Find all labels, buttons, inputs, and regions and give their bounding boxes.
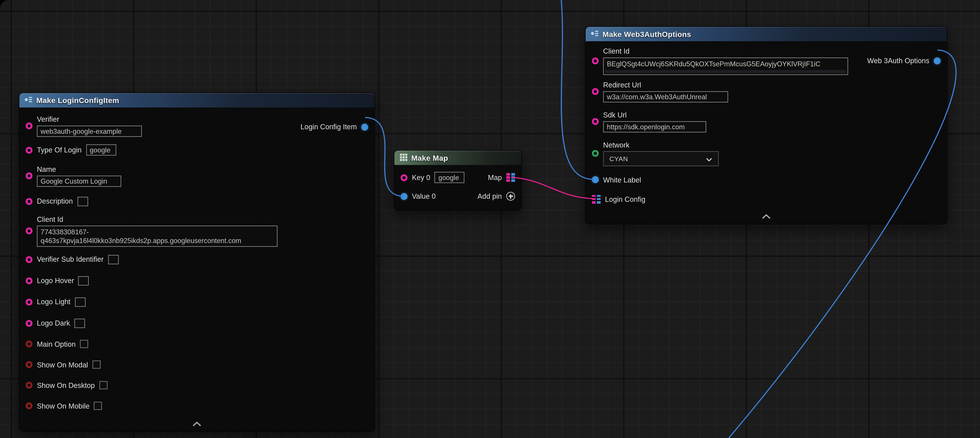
- type-of-login-input[interactable]: google: [86, 145, 116, 156]
- white-label-pin[interactable]: [592, 176, 599, 183]
- field-row-type-of-login: Type Of Login google: [19, 139, 374, 161]
- client-id-label: Client Id: [603, 46, 848, 55]
- field-row-login-config: Login Config: [586, 190, 947, 209]
- sdk-url-label: Sdk Url: [603, 110, 706, 119]
- field-row-name: Name Google Custom Login: [19, 161, 374, 190]
- field-row-main-option: Main Option: [19, 334, 374, 354]
- show-on-desktop-pin[interactable]: [25, 382, 32, 389]
- redirect-url-input[interactable]: w3a://com.w3a.Web3AuthUnreal: [603, 91, 728, 102]
- redirect-url-label: Redirect Url: [603, 80, 728, 89]
- client-id-input[interactable]: BEglQSgt4cUWcj6SKRdu5QkOXTsePmMcusG5EAoy…: [603, 57, 848, 75]
- node-body: Web 3Auth Options Client Id BEglQSgt4cUW…: [586, 41, 947, 224]
- logo-light-input[interactable]: [75, 297, 86, 306]
- description-pin[interactable]: [25, 198, 32, 205]
- network-pin[interactable]: [592, 150, 599, 156]
- map-output-pin-icon[interactable]: [506, 173, 515, 182]
- key0-input[interactable]: google: [434, 172, 465, 183]
- verifier-sub-identifier-label: Verifier Sub Identifier: [37, 255, 104, 263]
- make-map-icon: [399, 152, 408, 164]
- logo-light-pin[interactable]: [25, 298, 32, 305]
- show-on-mobile-checkbox[interactable]: [94, 402, 102, 410]
- client-id-input[interactable]: 774338308167-q463s7kpvja16l4l0kko3nb925i…: [37, 225, 277, 246]
- sdk-url-input[interactable]: https://sdk.openlogin.com: [603, 121, 706, 132]
- value0-pin[interactable]: [401, 193, 407, 200]
- field-row-redirect-url: Redirect Url w3a://com.w3a.Web3AuthUnrea…: [586, 76, 947, 107]
- show-on-mobile-label: Show On Mobile: [37, 401, 90, 410]
- client-id-text: BEglQSgt4cUWcj6SKRdu5QkOXTsePmMcusG5EAoy…: [607, 59, 844, 68]
- field-row-show-on-desktop: Show On Desktop: [19, 375, 374, 395]
- logo-hover-label: Logo Hover: [37, 276, 74, 285]
- login-config-pin-icon[interactable]: [592, 195, 601, 204]
- field-row-logo-light: Logo Light: [19, 291, 374, 312]
- main-option-pin[interactable]: [25, 341, 32, 347]
- make-struct-icon: [590, 29, 599, 40]
- node-header-make-login-config-item[interactable]: Make LoginConfigItem: [19, 93, 374, 107]
- logo-dark-label: Logo Dark: [37, 319, 70, 327]
- chevron-down-icon: [706, 153, 713, 164]
- logo-dark-input[interactable]: [74, 318, 85, 328]
- node-title: Make Web3AuthOptions: [603, 30, 691, 38]
- logo-hover-input[interactable]: [78, 276, 89, 285]
- field-row-sdk-url: Sdk Url https://sdk.openlogin.com: [586, 106, 947, 136]
- node-make-web3auth-options[interactable]: Make Web3AuthOptions Web 3Auth Options C…: [585, 26, 948, 225]
- show-on-modal-label: Show On Modal: [37, 360, 88, 369]
- verifier-input[interactable]: web3auth-google-example: [37, 125, 142, 137]
- node-make-map[interactable]: Make Map Key 0 google Map Value 0: [394, 150, 522, 210]
- blueprint-graph-canvas[interactable]: Make LoginConfigItem Login Config Item V…: [0, 0, 980, 438]
- show-on-desktop-checkbox[interactable]: [99, 381, 108, 389]
- name-pin[interactable]: [25, 172, 32, 179]
- sdk-url-pin[interactable]: [592, 118, 599, 125]
- web3auth-options-output-pin[interactable]: [934, 57, 940, 64]
- main-option-label: Main Option: [37, 339, 76, 348]
- map-output-label: Map: [488, 173, 502, 182]
- field-row-verifier-sub-identifier: Verifier Sub Identifier: [19, 248, 374, 270]
- collapse-chevron[interactable]: [19, 416, 374, 431]
- verifier-pin[interactable]: [25, 122, 32, 129]
- white-label-label: White Label: [603, 175, 641, 184]
- network-dropdown[interactable]: CYAN: [603, 151, 719, 166]
- logo-dark-pin[interactable]: [25, 320, 32, 327]
- description-label: Description: [37, 197, 73, 205]
- add-pin-icon[interactable]: [506, 192, 515, 201]
- value0-label: Value 0: [412, 192, 436, 201]
- field-row-logo-hover: Logo Hover: [19, 270, 374, 291]
- login-config-item-output-pin[interactable]: [361, 123, 368, 130]
- main-option-checkbox[interactable]: [80, 340, 88, 348]
- key0-label: Key 0: [412, 173, 430, 182]
- node-title: Make LoginConfigItem: [36, 96, 119, 105]
- key0-pin[interactable]: [401, 174, 407, 181]
- verifier-label: Verifier: [37, 115, 142, 123]
- logo-light-label: Logo Light: [37, 297, 70, 306]
- output-label: Login Config Item: [301, 123, 357, 131]
- name-input[interactable]: Google Custom Login: [37, 175, 121, 186]
- node-header-make-map[interactable]: Make Map: [394, 151, 521, 165]
- show-on-modal-checkbox[interactable]: [92, 360, 100, 369]
- node-body: Login Config Item Verifier web3auth-goog…: [19, 107, 374, 431]
- field-row-logo-dark: Logo Dark: [19, 312, 374, 334]
- node-header-make-web3auth-options[interactable]: Make Web3AuthOptions: [586, 27, 947, 41]
- output-group-login-config-item: Login Config Item: [301, 123, 368, 131]
- show-on-modal-pin[interactable]: [25, 361, 32, 368]
- show-on-mobile-pin[interactable]: [25, 402, 32, 409]
- blueprint-graph-viewport: Make LoginConfigItem Login Config Item V…: [0, 0, 980, 438]
- node-make-login-config-item[interactable]: Make LoginConfigItem Login Config Item V…: [19, 92, 375, 432]
- description-input[interactable]: [77, 196, 88, 206]
- node-title: Make Map: [411, 153, 448, 162]
- client-id-label: Client Id: [37, 215, 277, 223]
- show-on-desktop-label: Show On Desktop: [37, 381, 95, 390]
- field-row-client-id: Client Id 774338308167-q463s7kpvja16l4l0…: [19, 213, 374, 249]
- add-pin-label: Add pin: [477, 192, 502, 201]
- verifier-sub-identifier-input[interactable]: [108, 255, 119, 264]
- collapse-chevron[interactable]: [586, 209, 947, 224]
- logo-hover-pin[interactable]: [25, 277, 32, 284]
- wire-map-to-login-config[interactable]: [511, 177, 594, 199]
- field-row-white-label: White Label: [586, 170, 947, 190]
- client-id-pin[interactable]: [592, 57, 599, 64]
- type-of-login-pin[interactable]: [25, 147, 32, 153]
- client-id-hscrollbar-track[interactable]: [605, 70, 846, 73]
- redirect-url-pin[interactable]: [592, 88, 599, 95]
- verifier-sub-identifier-pin[interactable]: [25, 256, 32, 263]
- client-id-pin[interactable]: [25, 227, 32, 234]
- node-body: Key 0 google Map Value 0 Add pin: [394, 165, 521, 210]
- network-selected-value: CYAN: [609, 154, 628, 162]
